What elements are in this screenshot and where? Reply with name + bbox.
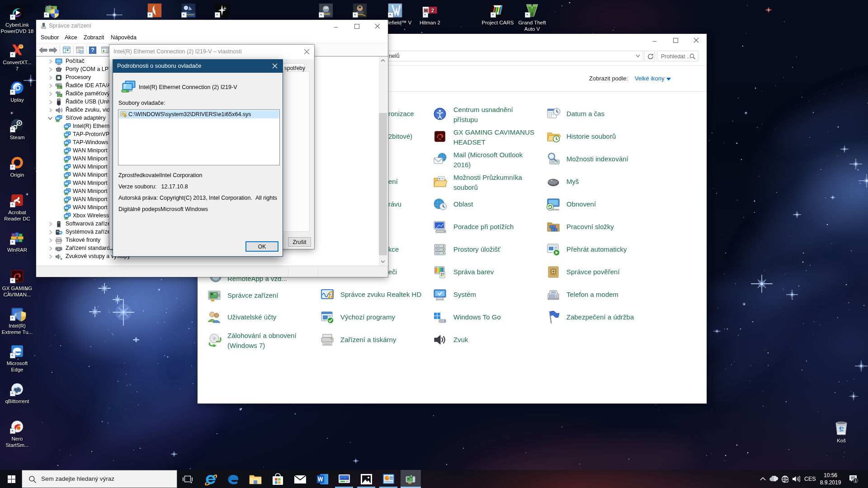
svg-text:2: 2 [431,8,434,13]
svg-text:1: 1 [854,479,857,483]
